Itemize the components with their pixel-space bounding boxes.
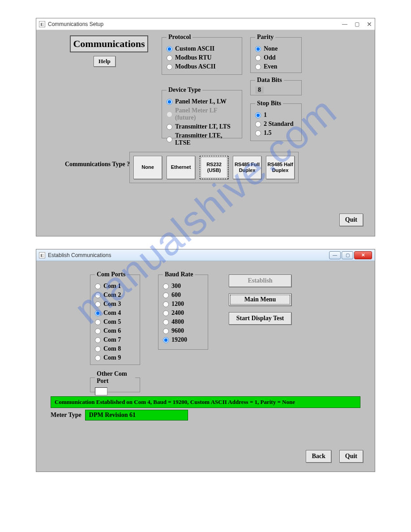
group-parity-legend: Parity: [255, 34, 275, 41]
close-icon[interactable]: ✕: [354, 251, 372, 259]
baud-radio[interactable]: [163, 301, 169, 307]
parity-radio[interactable]: [255, 46, 261, 52]
parity-option[interactable]: None: [255, 45, 297, 52]
group-data-bits: Data Bits 8: [250, 77, 302, 95]
establish-button[interactable]: Establish: [229, 275, 291, 287]
comport-radio[interactable]: [95, 328, 101, 334]
comport-option[interactable]: Com 9: [95, 354, 135, 361]
comport-option[interactable]: Com 6: [95, 327, 135, 335]
comport-label: Com 4: [103, 309, 121, 317]
baud-label: 2400: [171, 309, 184, 317]
main-menu-button[interactable]: Main Menu: [229, 293, 291, 306]
protocol-radio[interactable]: [167, 55, 172, 61]
comport-option[interactable]: Com 8: [95, 345, 135, 352]
group-device-legend: Device Type: [167, 86, 202, 94]
group-parity: Parity NoneOddEven: [250, 34, 302, 73]
other-com-port-input[interactable]: [95, 387, 107, 395]
commtype-button[interactable]: RS485 Half Duplex: [266, 156, 295, 179]
comport-option[interactable]: Com 7: [95, 336, 135, 343]
comport-option[interactable]: Com 3: [95, 300, 135, 308]
device-radio[interactable]: [167, 137, 172, 142]
action-buttons: Establish Main Menu Start Display Test: [229, 275, 291, 325]
baud-radio[interactable]: [163, 292, 169, 298]
stopbits-radio[interactable]: [255, 130, 261, 136]
device-option[interactable]: Panel Meter L, LW: [167, 98, 237, 105]
quit-button[interactable]: Quit: [339, 450, 363, 463]
protocol-option[interactable]: Custom ASCII: [167, 45, 237, 52]
comport-option[interactable]: Com 1: [95, 283, 135, 290]
group-baud-rate: Baud Rate 300600120024004800960019200: [158, 271, 208, 350]
commtype-button[interactable]: RS232 (USB): [200, 156, 228, 179]
baud-option[interactable]: 4800: [163, 318, 203, 326]
stopbits-option[interactable]: 1.5: [255, 129, 297, 137]
comport-radio[interactable]: [95, 346, 101, 352]
comport-label: Com 1: [103, 283, 121, 290]
baud-label: 19200: [171, 336, 187, 343]
baud-label: 1200: [171, 300, 184, 308]
baud-radio[interactable]: [163, 310, 169, 316]
stopbits-label: 1: [264, 112, 267, 119]
parity-radio[interactable]: [255, 64, 261, 70]
window-establish-communications: ◧ Establish Communications — ▢ ✕ Com Por…: [36, 249, 375, 472]
comport-option[interactable]: Com 4: [95, 309, 135, 317]
window-controls: — ▢ ✕: [342, 21, 372, 28]
stopbits-option[interactable]: 2 Standard: [255, 120, 297, 128]
meter-type-label: Meter Type: [51, 412, 81, 419]
minimize-icon[interactable]: —: [342, 21, 347, 27]
commtype-row: NoneEthernetRS232 (USB)RS485 Full Duplex…: [129, 152, 299, 183]
baud-option[interactable]: 19200: [163, 336, 203, 343]
comport-radio[interactable]: [95, 319, 101, 325]
start-display-test-button[interactable]: Start Display Test: [229, 312, 291, 325]
baud-radio[interactable]: [163, 283, 169, 289]
baud-option[interactable]: 1200: [163, 300, 203, 308]
comport-radio[interactable]: [95, 337, 101, 343]
protocol-option[interactable]: Modbus ASCII: [167, 63, 237, 70]
parity-label: Odd: [264, 54, 275, 61]
group-device-type: Device Type Panel Meter L, LWPanel Meter…: [162, 86, 242, 138]
window-communications-setup: ◧ Communications Setup — ▢ ✕ Communicati…: [36, 18, 375, 236]
maximize-icon[interactable]: ▢: [342, 251, 353, 259]
protocol-radio[interactable]: [167, 46, 172, 52]
quit-button[interactable]: Quit: [339, 214, 363, 226]
device-radio[interactable]: [167, 124, 172, 130]
close-icon[interactable]: ✕: [367, 21, 372, 28]
baud-option[interactable]: 9600: [163, 327, 203, 335]
parity-option[interactable]: Odd: [255, 54, 297, 61]
baud-radio[interactable]: [163, 337, 169, 343]
baud-radio[interactable]: [163, 328, 169, 334]
stopbits-radio[interactable]: [255, 112, 261, 118]
parity-radio[interactable]: [255, 55, 261, 61]
device-option[interactable]: Transmitter LT, LTS: [167, 123, 237, 130]
device-label: Transmitter LTE, LTSE: [175, 132, 237, 146]
group-stop-bits: Stop Bits 12 Standard1.5: [250, 100, 302, 141]
device-option[interactable]: Transmitter LTE, LTSE: [167, 132, 237, 146]
comport-radio[interactable]: [95, 355, 101, 361]
baud-option[interactable]: 600: [163, 292, 203, 299]
baud-label: 4800: [171, 318, 184, 326]
comport-radio[interactable]: [95, 301, 101, 307]
device-radio[interactable]: [167, 99, 172, 105]
comport-radio[interactable]: [95, 283, 101, 289]
help-button[interactable]: Help: [94, 56, 116, 67]
commtype-button[interactable]: Ethernet: [167, 156, 195, 179]
protocol-option[interactable]: Modbus RTU: [167, 54, 237, 61]
baud-option[interactable]: 2400: [163, 309, 203, 317]
comport-option[interactable]: Com 2: [95, 292, 135, 299]
commtype-button[interactable]: None: [133, 156, 162, 179]
baud-option[interactable]: 300: [163, 283, 203, 290]
baud-radio[interactable]: [163, 319, 169, 325]
device-option: Panel Meter LF (future): [167, 107, 237, 121]
comport-radio[interactable]: [95, 310, 101, 316]
minimize-icon[interactable]: —: [329, 251, 341, 259]
comport-label: Com 3: [103, 300, 121, 308]
stopbits-radio[interactable]: [255, 121, 261, 127]
parity-option[interactable]: Even: [255, 63, 297, 70]
commtype-button[interactable]: RS485 Full Duplex: [233, 156, 261, 179]
group-stopbits-legend: Stop Bits: [255, 100, 283, 107]
maximize-icon[interactable]: ▢: [355, 21, 360, 27]
comport-radio[interactable]: [95, 292, 101, 298]
stopbits-option[interactable]: 1: [255, 112, 297, 119]
comport-option[interactable]: Com 5: [95, 318, 135, 326]
back-button[interactable]: Back: [306, 450, 331, 463]
protocol-radio[interactable]: [167, 64, 172, 70]
